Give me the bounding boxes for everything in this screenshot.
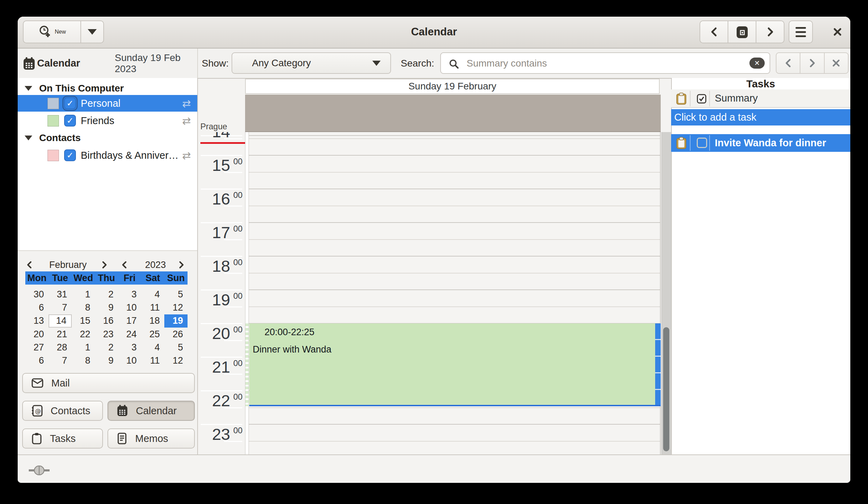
minical-day-cell[interactable]: 7 [49, 354, 72, 367]
minical-day-cell[interactable]: 7 [49, 301, 72, 314]
minical-day-cell[interactable]: 25 [141, 328, 164, 341]
next-month-button[interactable] [99, 260, 109, 270]
previous-month-button[interactable] [25, 260, 34, 270]
hour-number: 19 [212, 290, 230, 309]
hour-label: 1900 [197, 292, 230, 308]
pane-resize-handle[interactable] [29, 466, 50, 477]
switcher-calendar-button[interactable]: Calendar [107, 401, 195, 421]
minical-day-cell[interactable]: 27 [25, 341, 49, 354]
category-filter-dropdown[interactable]: Any Category [232, 52, 391, 74]
add-task-row[interactable]: Click to add a task [671, 109, 850, 125]
event-busy-bar [655, 323, 661, 405]
switcher-contacts-button[interactable]: @ Contacts [22, 401, 103, 421]
switcher-label: Tasks [50, 433, 76, 444]
sync-icon: ⇄ [182, 95, 191, 112]
minical-day-cell[interactable]: 5 [164, 341, 188, 354]
minical-dayname: Wed [72, 271, 95, 285]
minical-day-cell[interactable]: 11 [141, 354, 164, 367]
minical-day-cell[interactable]: 16 [95, 314, 118, 328]
minical-day-cell[interactable]: 21 [49, 328, 72, 341]
minical-day-cell[interactable]: 22 [72, 328, 95, 341]
minical-day-cell[interactable]: 26 [164, 328, 188, 341]
calendar-checkbox[interactable]: ✓ [64, 97, 76, 109]
minical-day-cell[interactable]: 3 [118, 341, 141, 354]
chevron-down-icon [372, 61, 381, 66]
previous-result-button[interactable] [776, 53, 800, 73]
chevron-down-icon [88, 29, 97, 35]
switcher-tasks-button[interactable]: Tasks [22, 428, 103, 449]
minical-day-cell[interactable]: 1 [72, 288, 95, 301]
section-on-this-computer[interactable]: On This Computer [18, 81, 197, 95]
minical-day-cell[interactable]: 8 [72, 301, 95, 314]
new-button[interactable]: New [24, 21, 81, 43]
day-view-scrollbar[interactable] [661, 132, 671, 454]
minical-day-cell[interactable]: 4 [141, 341, 164, 354]
previous-day-button[interactable] [700, 21, 728, 43]
column-separator[interactable] [690, 91, 691, 106]
switcher-memos-button[interactable]: Memos [107, 428, 195, 449]
minical-day-cell[interactable]: 31 [49, 288, 72, 301]
minical-day-cell[interactable]: 5 [164, 288, 188, 301]
tasks-column-header[interactable]: Summary [671, 89, 850, 108]
next-result-button[interactable] [800, 53, 824, 73]
minical-day-cell[interactable]: 1 [72, 341, 95, 354]
today-icon [735, 24, 749, 40]
clear-search-icon[interactable]: ✕ [749, 58, 765, 69]
expander-triangle-icon [25, 86, 32, 91]
minical-day-cell[interactable]: 11 [141, 301, 164, 314]
minical-day-cell[interactable]: 10 [118, 301, 141, 314]
new-dropdown-button[interactable] [81, 21, 103, 43]
calendar-row-friends[interactable]: ✓ Friends ⇄ [18, 112, 197, 129]
minical-day-cell[interactable]: 12 [164, 354, 188, 367]
color-swatch [47, 98, 59, 109]
scrollbar-thumb[interactable] [663, 327, 669, 451]
close-search-button[interactable] [824, 53, 848, 73]
minical-day-cell[interactable]: 23 [95, 328, 118, 341]
minical-day-cell[interactable]: 8 [72, 354, 95, 367]
minical-day-cell[interactable]: 14 [49, 314, 72, 328]
minical-day-cell[interactable]: 30 [25, 288, 49, 301]
minical-day-cell[interactable]: 4 [141, 288, 164, 301]
minical-day-cell[interactable]: 12 [164, 301, 188, 314]
show-label: Show: [202, 49, 229, 78]
task-completed-checkbox[interactable] [697, 138, 707, 148]
minical-day-cell[interactable]: 6 [25, 354, 49, 367]
minical-day-cell[interactable]: 2 [95, 341, 118, 354]
next-day-button[interactable] [756, 21, 784, 43]
section-contacts[interactable]: Contacts [18, 131, 197, 145]
minical-day-cell[interactable]: 17 [118, 314, 141, 328]
switcher-mail-button[interactable]: Mail [22, 373, 195, 393]
task-row[interactable]: Invite Wanda for dinner [671, 134, 850, 152]
minical-day-cell[interactable]: 2 [95, 288, 118, 301]
calendar-name: Friends [81, 112, 114, 129]
minical-day-cell[interactable]: 18 [141, 314, 164, 328]
minical-day-cell[interactable]: 13 [25, 314, 49, 328]
minical-day-cell[interactable]: 9 [95, 354, 118, 367]
minical-day-cell[interactable]: 28 [49, 341, 72, 354]
minical-day-cell[interactable]: 6 [25, 301, 49, 314]
minical-day-cell[interactable]: 19 [164, 314, 188, 328]
next-year-button[interactable] [176, 260, 186, 270]
all-day-events-banner[interactable] [245, 95, 661, 132]
calendar-row-personal[interactable]: ✓ Personal ⇄ [18, 95, 197, 112]
main-menu-button[interactable] [789, 20, 813, 43]
hour-minutes: 00 [233, 225, 243, 233]
calendar-checkbox[interactable]: ✓ [64, 115, 76, 127]
tasks-panel-title: Tasks [671, 78, 850, 89]
minical-day-cell[interactable]: 9 [95, 301, 118, 314]
previous-year-button[interactable] [120, 260, 129, 270]
search-input[interactable] [466, 54, 731, 72]
column-separator[interactable] [709, 91, 710, 106]
minical-day-cell[interactable]: 3 [118, 288, 141, 301]
hour-label: 1500 [197, 157, 230, 173]
summary-column-header[interactable]: Summary [715, 89, 758, 107]
calendar-checkbox[interactable]: ✓ [64, 149, 76, 161]
minical-day-cell[interactable]: 10 [118, 354, 141, 367]
close-window-button[interactable] [825, 20, 850, 43]
calendar-row-birthdays[interactable]: ✓ Birthdays & Anniver… ⇄ [18, 147, 197, 164]
minical-day-cell[interactable]: 20 [25, 328, 49, 341]
event-dinner-with-wanda[interactable]: 20:00-22:25 Dinner with Wanda [249, 323, 661, 406]
minical-day-cell[interactable]: 24 [118, 328, 141, 341]
go-to-today-button[interactable] [728, 21, 756, 43]
minical-day-cell[interactable]: 15 [72, 314, 95, 328]
